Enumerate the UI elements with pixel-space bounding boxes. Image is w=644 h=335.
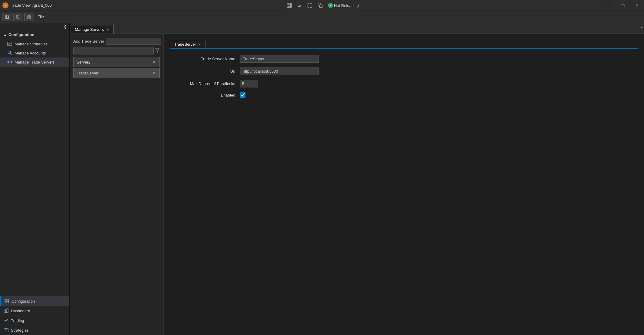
- svg-marker-26: [155, 49, 159, 52]
- hot-reload-indicator: ✓: [328, 3, 333, 8]
- filter-input[interactable]: [73, 48, 154, 54]
- sidebar-item-manage-trade-servers[interactable]: Manage Trade Servers: [0, 57, 69, 67]
- tab-bar: Manage Servers ✕ ▾: [70, 23, 644, 34]
- dashboard-label: Dashboard: [11, 309, 30, 313]
- enabled-checkbox[interactable]: [240, 92, 245, 98]
- section-arrow: ▲: [4, 33, 7, 36]
- sidebar-bottom-strategies[interactable]: Strategies: [0, 325, 69, 335]
- sidebar-bottom: Configuration Dashboard: [0, 296, 69, 335]
- name-input[interactable]: [240, 55, 319, 63]
- save-toolbar-btn[interactable]: [2, 13, 12, 21]
- manage-strategies-label: Manage Strategies: [15, 42, 48, 46]
- manage-trade-servers-label: Manage Trade Servers: [15, 60, 55, 64]
- detail-tab-label: TradeServer: [174, 42, 196, 47]
- top-toolbar: ✓ Hot Reload ❯: [284, 0, 360, 11]
- sidebar-bottom-configuration[interactable]: Configuration: [0, 296, 69, 306]
- server-item-server2[interactable]: Server2 ✕: [73, 57, 160, 67]
- svg-rect-19: [4, 311, 5, 313]
- add-server-row: Add Trade Server +: [73, 38, 160, 45]
- form-row-uri: Uri:: [170, 67, 638, 75]
- enabled-label: Enabled:: [170, 93, 236, 97]
- sidebar-collapse[interactable]: ❮: [0, 23, 69, 30]
- sidebar-configuration-section[interactable]: ▲ Configuration: [0, 30, 69, 39]
- uri-label: Uri:: [170, 69, 236, 74]
- svg-rect-15: [5, 299, 6, 301]
- svg-rect-4: [17, 16, 20, 19]
- configuration-label: Configuration: [12, 299, 35, 304]
- svg-point-11: [9, 51, 11, 53]
- titlebar: ● Trade View : grant_000: [0, 0, 644, 11]
- add-server-label: Add Trade Server: [73, 39, 104, 44]
- detail-panel: TradeServer ✕ Trade Server Name: Uri: Ma…: [164, 34, 644, 335]
- server2-label: Server2: [77, 60, 91, 64]
- svg-rect-20: [5, 310, 7, 313]
- svg-rect-3: [319, 5, 322, 8]
- manage-trade-servers-icon: [7, 60, 12, 64]
- minimize-button[interactable]: —: [602, 0, 616, 11]
- main-layout: ❮ ▲ Configuration Manage Strategies: [0, 23, 644, 335]
- server-items: Server2 ✕ TradeServer ✕: [73, 57, 160, 78]
- sidebar: ❮ ▲ Configuration Manage Strategies: [0, 23, 70, 335]
- hot-reload-label: Hot Reload: [334, 3, 354, 8]
- section-header-label: Configuration: [8, 32, 34, 37]
- detail-tab-tradeserver[interactable]: TradeServer ✕: [170, 40, 205, 48]
- sidebar-bottom-trading[interactable]: Trading: [0, 316, 69, 325]
- svg-rect-5: [28, 16, 31, 19]
- server-item-tradeserver[interactable]: TradeServer ✕: [73, 68, 160, 78]
- svg-rect-16: [7, 299, 8, 301]
- svg-rect-17: [5, 301, 6, 303]
- configuration-icon: [4, 299, 9, 304]
- detail-tab-close[interactable]: ✕: [198, 42, 201, 47]
- form-row-name: Trade Server Name:: [170, 55, 638, 63]
- tab-content: Add Trade Server + Server2 ✕: [70, 34, 644, 335]
- filter-row: [73, 48, 160, 54]
- parallelism-label: Max Degree of Parallesim:: [170, 81, 236, 86]
- form-row-enabled: Enabled:: [170, 92, 638, 98]
- copy-toolbar-btn[interactable]: [13, 13, 23, 21]
- form-row-parallelism: Max Degree of Parallesim:: [170, 80, 638, 87]
- tab-dropdown-btn[interactable]: ▾: [641, 25, 643, 30]
- uri-input[interactable]: [240, 67, 319, 75]
- toolbar-icon-3[interactable]: [305, 1, 315, 10]
- paste-toolbar-btn[interactable]: [24, 13, 34, 21]
- menu-bar: File: [0, 11, 644, 23]
- add-server-input[interactable]: [106, 38, 161, 45]
- parallelism-input[interactable]: [240, 80, 258, 87]
- app-icon: ●: [2, 2, 8, 8]
- toolbar-icon-2[interactable]: [295, 1, 304, 10]
- hot-reload-button[interactable]: ✓ Hot Reload: [325, 3, 356, 8]
- sidebar-item-manage-accounts[interactable]: Manage Accounts: [0, 48, 69, 57]
- svg-rect-0: [287, 3, 291, 8]
- svg-rect-8: [8, 42, 12, 46]
- toolbar-icon-4[interactable]: [315, 1, 325, 10]
- window-controls: — □ ✕: [602, 0, 644, 11]
- server2-close[interactable]: ✕: [152, 60, 156, 64]
- filter-icon[interactable]: [155, 48, 160, 54]
- hot-reload-chevron: ❯: [357, 3, 360, 8]
- strategies-label: Strategies: [11, 328, 29, 333]
- file-menu[interactable]: File: [35, 15, 46, 19]
- svg-point-12: [8, 61, 9, 63]
- tradeserver-label: TradeServer: [77, 71, 98, 75]
- manage-servers-tab[interactable]: Manage Servers ✕: [71, 25, 114, 34]
- manage-strategies-icon: [7, 41, 12, 46]
- svg-rect-18: [7, 301, 8, 303]
- manage-servers-tab-close[interactable]: ✕: [105, 28, 110, 32]
- sidebar-bottom-dashboard[interactable]: Dashboard: [0, 306, 69, 316]
- manage-accounts-icon: [7, 51, 12, 55]
- sidebar-item-manage-strategies[interactable]: Manage Strategies: [0, 39, 69, 48]
- tradeserver-close[interactable]: ✕: [152, 71, 156, 75]
- server-list-panel: Add Trade Server + Server2 ✕: [70, 34, 164, 335]
- maximize-button[interactable]: □: [616, 0, 630, 11]
- app-title: Trade View : grant_000: [11, 3, 52, 8]
- name-label: Trade Server Name:: [170, 57, 236, 61]
- svg-point-13: [11, 61, 12, 63]
- collapse-icon: ❮: [64, 24, 67, 29]
- toolbar-icon-1[interactable]: [284, 1, 294, 10]
- manage-accounts-label: Manage Accounts: [15, 51, 46, 55]
- dashboard-icon: [4, 308, 8, 313]
- content-area: Manage Servers ✕ ▾ Add Trade Server +: [70, 23, 644, 335]
- manage-servers-tab-label: Manage Servers: [75, 27, 104, 32]
- detail-tab-bar: TradeServer ✕: [170, 40, 638, 49]
- close-button[interactable]: ✕: [630, 0, 644, 11]
